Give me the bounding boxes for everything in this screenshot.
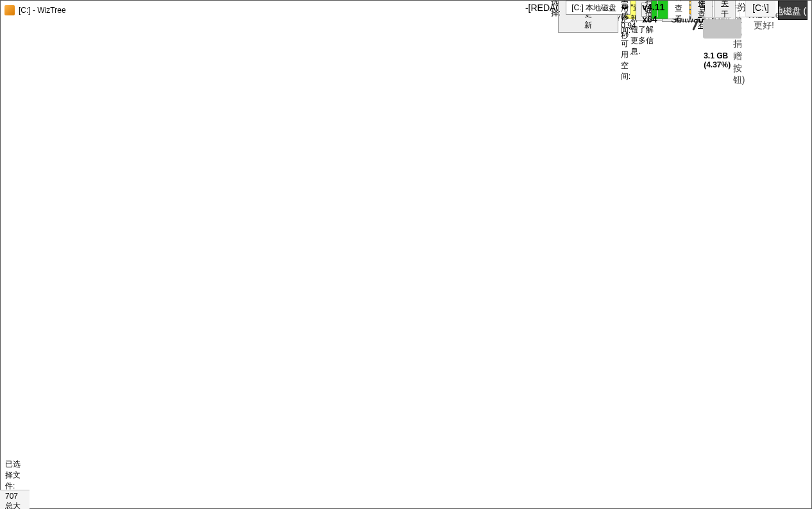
treemap-view[interactable]: [C:] 本地磁盘 (70.2 GB) Windows\ (23.8 GB) W…: [778, 1, 808, 20]
tab-tree-view[interactable]: 树查看: [668, 0, 689, 19]
status-bar: 已选择文件: 707 总大小: 21.7 MB: [0, 490, 30, 509]
ext-column-percent: 百分比: [740, 0, 746, 17]
status-text: 已选择文件: 707 总大小: 21.7 MB: [5, 459, 24, 509]
window-controls: ̵[REDACTED]div> ώ[REDACTED]div> ✕ 文件(Z) …: [564, 0, 810, 22]
tab-about[interactable]: 关于: [714, 0, 736, 19]
current-path-bar: [C:\]: [746, 0, 775, 17]
window-title: [C:] - WizTree: [19, 6, 66, 15]
app-icon: [4, 5, 15, 15]
tree-column-percent: 父级百分比: [700, 0, 706, 17]
tm-windows: Windows\ (23.8 GB) WinSxS\ (7.9 GB) Syst…: [780, 10, 808, 20]
tree-h-scrollbar[interactable]: [702, 17, 731, 18]
title-bar: [C:] - WizTree ̵[REDACTED]div> ώ[REDACTE…: [1, 1, 811, 20]
select-label: 选择:: [551, 0, 561, 19]
